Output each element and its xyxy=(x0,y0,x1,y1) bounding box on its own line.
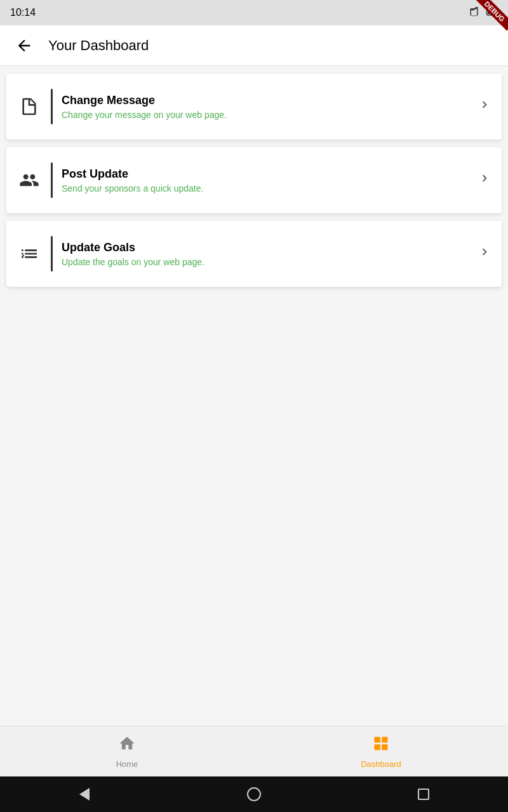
android-back-button[interactable] xyxy=(72,782,97,807)
card-divider-3 xyxy=(51,236,53,272)
post-update-text: Post Update Send your sponsors a quick u… xyxy=(62,167,472,193)
change-message-card[interactable]: Change Message Change your message on yo… xyxy=(6,74,502,140)
checklist-icon xyxy=(17,241,42,266)
card-divider-1 xyxy=(51,89,53,124)
android-recents-button[interactable] xyxy=(411,782,436,807)
dashboard-icon xyxy=(372,735,390,757)
svg-rect-6 xyxy=(382,744,387,750)
bottom-nav: Home Dashboard xyxy=(0,726,508,776)
post-update-title: Post Update xyxy=(62,167,472,181)
update-goals-text: Update Goals Update the goals on your we… xyxy=(62,241,472,267)
update-goals-title: Update Goals xyxy=(62,241,472,254)
back-button[interactable] xyxy=(10,32,38,60)
svg-rect-3 xyxy=(375,737,380,742)
android-home-button[interactable] xyxy=(241,782,267,807)
debug-ribbon: DEBUG xyxy=(470,0,508,38)
home-icon xyxy=(118,735,136,757)
update-goals-chevron xyxy=(478,245,491,263)
update-goals-subtitle: Update the goals on your web page. xyxy=(62,257,472,267)
app-bar: Your Dashboard xyxy=(0,25,508,66)
document-icon xyxy=(17,94,42,119)
main-content: Change Message Change your message on yo… xyxy=(0,66,508,726)
status-time: 10:14 xyxy=(10,7,36,18)
dashboard-label: Dashboard xyxy=(361,759,401,769)
update-goals-card[interactable]: Update Goals Update the goals on your we… xyxy=(6,221,502,287)
svg-rect-4 xyxy=(382,737,387,742)
page-title: Your Dashboard xyxy=(48,37,149,54)
status-bar: 10:14 DEBUG xyxy=(0,0,508,25)
change-message-chevron xyxy=(478,98,491,115)
change-message-text: Change Message Change your message on yo… xyxy=(62,94,472,120)
post-update-subtitle: Send your sponsors a quick update. xyxy=(62,183,472,193)
nav-dashboard[interactable]: Dashboard xyxy=(254,726,508,776)
post-update-chevron xyxy=(478,171,491,189)
card-divider-2 xyxy=(51,162,53,198)
home-label: Home xyxy=(116,759,138,769)
back-triangle xyxy=(79,788,90,801)
home-circle xyxy=(247,787,261,801)
post-update-card[interactable]: Post Update Send your sponsors a quick u… xyxy=(6,147,502,213)
nav-home[interactable]: Home xyxy=(0,726,254,776)
recents-square xyxy=(418,789,429,800)
change-message-subtitle: Change your message on your web page. xyxy=(62,110,472,120)
change-message-title: Change Message xyxy=(62,94,472,107)
svg-rect-5 xyxy=(375,744,380,750)
group-icon xyxy=(17,167,42,193)
debug-label: DEBUG xyxy=(476,0,508,30)
android-nav-bar xyxy=(0,776,508,812)
